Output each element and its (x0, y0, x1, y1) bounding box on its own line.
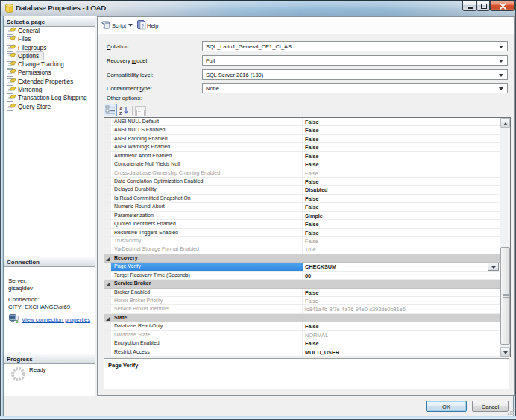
svg-text:?: ? (141, 23, 144, 28)
svg-text:Z: Z (119, 111, 122, 116)
svg-text:A: A (119, 107, 123, 111)
